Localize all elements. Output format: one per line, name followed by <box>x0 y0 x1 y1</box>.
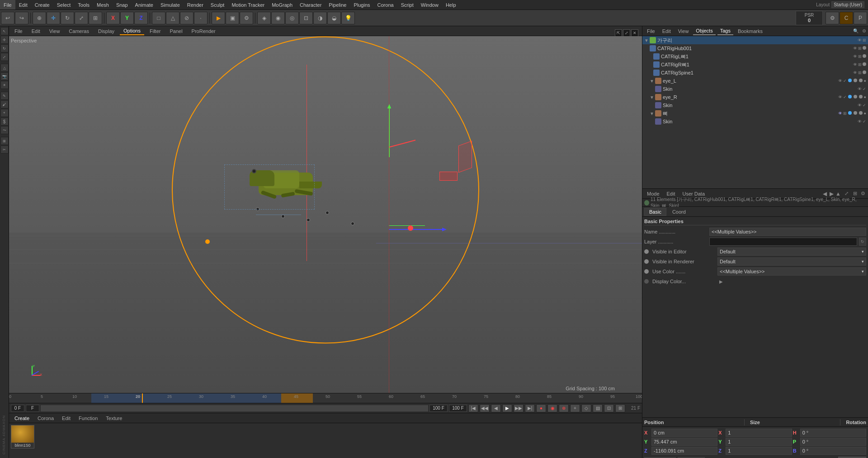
frame-end-display[interactable]: 100 F <box>429 405 448 412</box>
tool-paint[interactable]: 🖌 <box>0 100 9 108</box>
om-row-skin1[interactable]: Skin 👁 ✓ <box>642 85 868 93</box>
x-size-input[interactable]: 1 <box>726 429 792 437</box>
z-pos-input[interactable]: -1160.091 cm <box>651 447 717 455</box>
display-mode-button[interactable]: ◈ <box>257 12 271 24</box>
am-layer-value[interactable] <box>709 238 857 246</box>
auto-key-button[interactable]: ⊞ <box>615 404 625 412</box>
om-tab-tags[interactable]: Tags <box>717 27 733 35</box>
om-ren-catrigr[interactable]: ⊞ <box>858 62 862 67</box>
mp-tab-corona[interactable]: Corona <box>34 415 57 422</box>
tool-wave[interactable]: 〜 <box>0 126 9 134</box>
undo-button[interactable]: ↩ <box>1 12 14 24</box>
menu-window[interactable]: Window <box>417 0 442 9</box>
om-row-catrigspine[interactable]: CATRigSpine1 👁 ⊞ <box>642 69 868 77</box>
mp-tab-create[interactable]: Create <box>11 415 33 422</box>
timeline-options[interactable]: ▤ <box>593 404 603 412</box>
om-tab-bookmarks[interactable]: Bookmarks <box>735 28 765 35</box>
add-keyframe-button[interactable]: + <box>570 404 580 412</box>
tool-grid[interactable]: ⊞ <box>0 137 9 145</box>
om-row-gagueri[interactable]: ▼ 가구리 👁 ⊞ <box>642 36 868 44</box>
prev-keyframe-button[interactable]: ◀◀ <box>480 404 490 412</box>
menu-pipeline[interactable]: Pipeline <box>325 0 350 9</box>
om-row-catrigl[interactable]: CATRigL뼈1 👁 ⊞ <box>642 52 868 61</box>
redo-button[interactable]: ↪ <box>15 12 28 24</box>
tool-move[interactable]: ✛ <box>0 36 9 44</box>
am-settings[interactable]: ⚙ <box>861 191 865 196</box>
am-expand[interactable]: ⤢ <box>844 191 849 196</box>
menu-sculpt[interactable]: Sculpt <box>207 0 228 9</box>
am-tab-coord[interactable]: Coord <box>667 208 691 216</box>
z-size-input[interactable]: 1 <box>726 447 792 455</box>
z-axis-button[interactable]: Z <box>134 12 148 24</box>
menu-simulate[interactable]: Simulate <box>157 0 184 9</box>
texture-button[interactable]: ◎ <box>285 12 299 24</box>
object-mode-button[interactable]: □ <box>152 12 165 24</box>
light-button[interactable]: ◑ <box>313 12 327 24</box>
render-settings-button[interactable]: ▣ <box>226 12 239 24</box>
om-vis-skin1[interactable]: 👁 <box>858 87 862 91</box>
x-axis-button[interactable]: X <box>106 12 120 24</box>
tool-camera[interactable]: 📷 <box>0 72 9 80</box>
om-tab-view[interactable]: View <box>675 28 692 35</box>
h-rot-input[interactable]: 0 ° <box>800 429 866 437</box>
record-pos-button[interactable]: ◉ <box>547 404 557 412</box>
vp-maximize[interactable]: ⇱ <box>615 29 622 37</box>
menu-plugins[interactable]: Plugins <box>350 0 373 9</box>
frame-start-input[interactable]: 0 F <box>11 405 24 412</box>
om-ren-catrigspine[interactable]: ⊞ <box>858 70 862 75</box>
lamp-button[interactable]: 💡 <box>341 12 355 24</box>
settings-button[interactable]: ⚙ <box>826 12 839 24</box>
layout-selector[interactable]: Startup (User) <box>831 1 864 8</box>
record-rot-button[interactable]: ⊕ <box>559 404 569 412</box>
om-render-icon[interactable]: ⊞ <box>863 38 866 42</box>
polygon-mode-button[interactable]: △ <box>166 12 179 24</box>
tool-rotate[interactable]: ↻ <box>0 44 9 52</box>
om-ren-catrigl[interactable]: ⊞ <box>858 54 862 59</box>
om-vis-catrighub[interactable]: 👁 <box>853 46 857 51</box>
frame-end-input-1[interactable]: F <box>26 405 39 412</box>
p-rot-input[interactable]: 0 ° <box>800 438 866 446</box>
live-select-button[interactable]: ⊕ <box>33 12 46 24</box>
om-ren-skin1[interactable]: ✓ <box>863 87 866 91</box>
om-vis-skin3[interactable]: 👁 <box>858 119 862 124</box>
am-use-color-dropdown[interactable]: <<Multiple Values>> ▾ <box>717 267 866 276</box>
mp-tab-edit[interactable]: Edit <box>58 415 74 422</box>
tool-knife[interactable]: ✂ <box>0 145 9 154</box>
tool-pen[interactable]: ✎ <box>0 92 9 100</box>
om-row-skin3[interactable]: Skin 👁 ✓ <box>642 117 868 126</box>
menu-mesh[interactable]: Mesh <box>93 0 113 9</box>
om-row-skin2[interactable]: Skin 👁 ✓ <box>642 101 868 109</box>
tool-light[interactable]: ☀ <box>0 81 9 89</box>
corona-button[interactable]: C <box>840 12 853 24</box>
om-ren-bone[interactable]: ⊞ <box>843 111 847 116</box>
am-name-value[interactable]: <<Multiple Values>> <box>709 228 866 236</box>
menu-file[interactable]: File <box>0 0 15 9</box>
am-options[interactable]: ⊞ <box>853 191 857 196</box>
keyframe-options[interactable]: ◇ <box>581 404 591 412</box>
om-vis-catrigspine[interactable]: 👁 <box>853 70 857 75</box>
menu-corona[interactable]: Corona <box>374 0 397 9</box>
render-active-button[interactable]: ⚙ <box>240 12 253 24</box>
am-layer-btn[interactable]: ↻ <box>859 238 866 246</box>
go-end-button[interactable]: ▶| <box>525 404 535 412</box>
tool-polygon[interactable]: △ <box>0 64 9 72</box>
om-vis-eyer[interactable]: 👁 <box>838 95 842 99</box>
om-search-icon[interactable]: 🔍 <box>853 28 859 33</box>
tool-dollar[interactable]: $ <box>0 117 9 126</box>
om-settings-icon[interactable]: ⚙ <box>862 28 866 33</box>
vp-restore[interactable]: ⤢ <box>623 29 630 37</box>
record-button[interactable]: ● <box>536 404 546 412</box>
plugin-button[interactable]: P <box>854 12 867 24</box>
vp-tab-edit[interactable]: Edit <box>28 28 44 35</box>
om-vis-eyel[interactable]: 👁 <box>838 79 842 83</box>
vp-tab-filter[interactable]: Filter <box>146 28 164 35</box>
menu-render[interactable]: Render <box>184 0 207 9</box>
om-row-bone[interactable]: ▼ 뼈 👁 ⊞ ● <box>642 109 868 117</box>
menu-animate[interactable]: Animate <box>132 0 157 9</box>
om-row-eyer[interactable]: ▼ eye_R 👁 ✓ ● <box>642 93 868 101</box>
om-vis-catrigl[interactable]: 👁 <box>853 54 857 59</box>
am-tab-basic[interactable]: Basic <box>644 208 666 216</box>
am-display-color-expand[interactable]: ▶ <box>719 279 723 284</box>
menu-script[interactable]: Script <box>397 0 417 9</box>
om-ren-skin3[interactable]: ✓ <box>863 119 866 124</box>
